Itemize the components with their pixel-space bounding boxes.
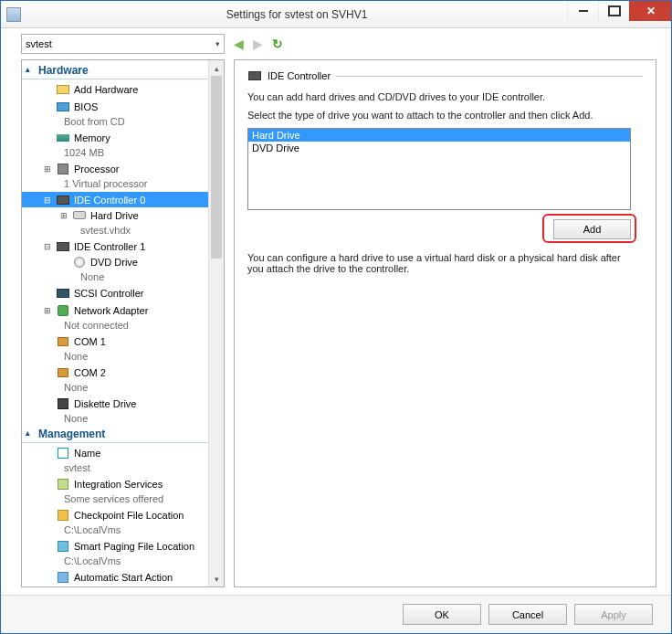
tree-processor-sub: 1 Virtual processor <box>22 176 208 190</box>
settings-tree-panel: Hardware Add Hardware BIOS Boot from CD <box>21 59 225 587</box>
expand-icon[interactable]: ⊞ <box>42 164 52 174</box>
vm-selector-value: svtest <box>26 38 52 49</box>
settings-tree: Hardware Add Hardware BIOS Boot from CD <box>22 60 208 586</box>
minimize-button[interactable] <box>567 1 598 21</box>
tree-bios[interactable]: BIOS <box>22 99 208 114</box>
tree-ide0-hard-drive[interactable]: ⊞ Hard Drive <box>22 207 208 223</box>
panel-intro-text: You can add hard drives and CD/DVD drive… <box>247 91 643 102</box>
processor-icon <box>58 164 68 174</box>
checkpoint-icon <box>58 510 68 521</box>
nav-back-button[interactable]: ◀ <box>234 37 244 51</box>
tree-memory[interactable]: Memory <box>22 130 208 145</box>
integration-icon <box>58 479 68 490</box>
refresh-button[interactable]: ↻ <box>272 37 283 51</box>
tree-bios-sub: Boot from CD <box>22 114 208 128</box>
scroll-thumb[interactable] <box>211 76 222 259</box>
tree-diskette-drive[interactable]: Diskette Drive <box>22 396 208 411</box>
tree-ide-controller-1[interactable]: ⊟ IDE Controller 1 <box>22 238 208 254</box>
expand-icon[interactable]: ⊞ <box>58 211 68 220</box>
scsi-icon <box>57 289 69 298</box>
window-title: Settings for svtest on SVHV1 <box>26 8 567 21</box>
tree-auto-start-action[interactable]: Automatic Start Action <box>22 569 208 585</box>
tree-com1-sub: None <box>22 349 208 363</box>
tree-auto-sub: Restart if previously running <box>22 585 208 586</box>
panel-header: IDE Controller <box>247 69 643 82</box>
tree-integration-services[interactable]: Integration Services <box>22 476 208 491</box>
app-icon <box>6 7 21 22</box>
network-icon <box>58 305 68 316</box>
panel-config-note: You can configure a hard drive to use a … <box>247 252 631 274</box>
add-hardware-icon <box>57 85 69 94</box>
drive-option-hard-drive[interactable]: Hard Drive <box>248 129 630 142</box>
tree-name[interactable]: Name <box>22 445 208 460</box>
section-management[interactable]: Management <box>22 426 208 443</box>
ide-icon <box>248 71 261 80</box>
hard-drive-icon <box>73 211 86 219</box>
add-button[interactable]: Add <box>553 219 631 239</box>
detail-panel: IDE Controller You can add hard drives a… <box>234 59 656 587</box>
ide-icon <box>57 242 69 251</box>
smart-paging-icon <box>58 541 68 552</box>
tree-network-sub: Not connected <box>22 318 208 332</box>
tree-ide0-hdd-sub: svtest.vhdx <box>22 223 208 237</box>
tree-name-sub: svtest <box>22 460 208 474</box>
tree-network-adapter[interactable]: ⊞ Network Adapter <box>22 302 208 318</box>
com-port-icon <box>58 337 68 346</box>
tree-add-hardware[interactable]: Add Hardware <box>22 81 208 97</box>
tree-checkpoint-location[interactable]: Checkpoint File Location <box>22 507 208 523</box>
name-icon <box>58 448 68 459</box>
panel-title: IDE Controller <box>268 70 331 81</box>
floppy-icon <box>58 398 68 409</box>
memory-icon <box>57 134 69 142</box>
tree-scsi-controller[interactable]: SCSI Controller <box>22 285 208 301</box>
auto-start-icon <box>58 572 68 583</box>
collapse-icon[interactable]: ⊟ <box>42 195 52 205</box>
tree-com2[interactable]: COM 2 <box>22 365 208 380</box>
tree-ide-controller-0[interactable]: ⊟ IDE Controller 0 <box>22 192 208 207</box>
ok-button[interactable]: OK <box>403 604 481 625</box>
expand-icon[interactable]: ⊞ <box>42 306 52 315</box>
tree-com1[interactable]: COM 1 <box>22 333 208 349</box>
tree-ide1-dvd-sub: None <box>22 269 208 283</box>
section-hardware[interactable]: Hardware <box>22 62 208 79</box>
toolbar: svtest ▾ ◀ ▶ ↻ <box>1 28 671 59</box>
dialog-footer: OK Cancel Apply <box>1 595 671 633</box>
nav-forward-button[interactable]: ▶ <box>253 37 263 51</box>
tree-integ-sub: Some services offered <box>22 491 208 505</box>
body: Hardware Add Hardware BIOS Boot from CD <box>1 59 671 595</box>
vm-selector[interactable]: svtest ▾ <box>21 34 225 54</box>
scroll-up-icon[interactable]: ▴ <box>209 60 224 76</box>
chevron-down-icon: ▾ <box>215 39 220 48</box>
tree-memory-sub: 1024 MB <box>22 145 208 159</box>
cancel-button[interactable]: Cancel <box>488 604 567 625</box>
apply-button[interactable]: Apply <box>574 604 653 625</box>
drive-type-list[interactable]: Hard Drive DVD Drive <box>247 128 631 210</box>
titlebar: Settings for svtest on SVHV1 <box>1 1 671 28</box>
maximize-button[interactable] <box>598 1 629 21</box>
close-button[interactable] <box>629 1 671 21</box>
tree-smart-sub: C:\LocalVms <box>22 554 208 567</box>
tree-chk-sub: C:\LocalVms <box>22 523 208 536</box>
tree-ide1-dvd-drive[interactable]: DVD Drive <box>22 254 208 269</box>
panel-select-prompt: Select the type of drive you want to att… <box>247 110 643 121</box>
collapse-icon[interactable]: ⊟ <box>42 242 52 251</box>
drive-option-dvd-drive[interactable]: DVD Drive <box>248 142 630 154</box>
com-port-icon <box>58 368 68 377</box>
tree-floppy-sub: None <box>22 411 208 425</box>
scroll-down-icon[interactable]: ▾ <box>209 571 224 586</box>
tree-smart-paging-location[interactable]: Smart Paging File Location <box>22 538 208 554</box>
tree-com2-sub: None <box>22 380 208 394</box>
settings-window: Settings for svtest on SVHV1 svtest ▾ ◀ … <box>0 0 672 634</box>
dvd-icon <box>74 257 85 268</box>
ide-icon <box>57 195 69 205</box>
tree-processor[interactable]: ⊞ Processor <box>22 161 208 176</box>
tree-scrollbar[interactable]: ▴ ▾ <box>208 60 224 586</box>
bios-icon <box>57 102 69 111</box>
